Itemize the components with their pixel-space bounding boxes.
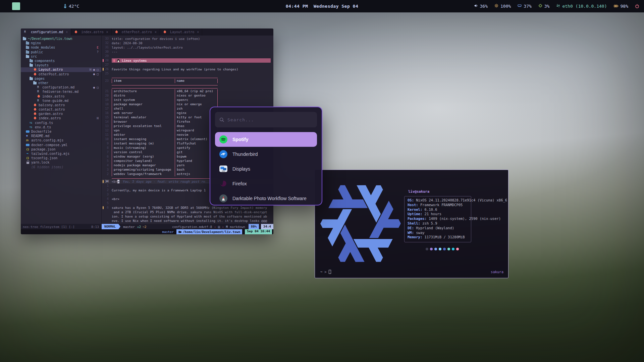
buffer-line[interactable]: 25 — [102, 71, 273, 76]
tree-item[interactable]: Layout.astro H ● □ — [21, 67, 101, 72]
buffer-line[interactable]: 6sakura has a Ryzen 5 7640U, 32GB of DDR… — [102, 205, 273, 210]
fastfetch-title: liv@sakura — [408, 189, 429, 193]
cpu-module[interactable]: 3% — [538, 4, 550, 9]
clock[interactable]: 04:44 PM Wednesday Sep 04 — [286, 4, 359, 9]
tree-item[interactable]: docker-compose.yml — [21, 143, 101, 147]
editor-tab[interactable]: index.astro × — [71, 28, 111, 36]
tree-item[interactable]: public ? — [21, 50, 101, 54]
file-icon — [26, 138, 30, 142]
app-icon — [219, 165, 228, 173]
app-launcher[interactable]: Spotify Thunderbird Disp — [210, 107, 322, 205]
close-icon[interactable]: × — [155, 30, 157, 34]
neo-tree-panel[interactable]: ~/Development/liv.town nginx node_module… — [21, 36, 102, 224]
brightness-module[interactable]: 100% — [494, 4, 511, 9]
launcher-item[interactable]: Thunderbird — [215, 147, 317, 162]
table-row: 18 package manager nix or emerge — [102, 102, 273, 107]
buffer-line[interactable]: 29 — [102, 54, 273, 58]
workspace-button[interactable] — [31, 2, 39, 10]
table-border-line — [112, 87, 218, 88]
shell-prompt[interactable]: ~ > — [320, 270, 331, 274]
tree-item[interactable]: src — [21, 54, 101, 59]
tree-item[interactable]: (6 hidden items) — [21, 165, 101, 169]
editor-tab[interactable]: otherPost.astro × — [112, 28, 160, 36]
tree-item[interactable]: nginx — [21, 41, 101, 45]
git-status-marker: H — [97, 117, 100, 120]
tree-item[interactable]: pages — [21, 76, 101, 81]
battery-module[interactable]: 98% — [614, 4, 628, 9]
table-cell-item: instant messaging (m) — [112, 141, 175, 146]
editor-tab[interactable]: Layout.astro × — [160, 28, 202, 36]
close-icon[interactable]: × — [197, 30, 199, 34]
tab-label: configuration.md — [31, 30, 63, 34]
file-icon — [26, 134, 30, 138]
tree-item[interactable]: tsconfig.json — [21, 156, 101, 160]
firefox-icon — [219, 179, 228, 188]
tree-item[interactable]: garden.astro — [21, 112, 101, 116]
buffer-line[interactable]: 32date: 2024-08-30 — [102, 41, 273, 45]
file-icon — [26, 152, 30, 156]
close-icon[interactable]: × — [106, 30, 108, 34]
tree-item[interactable]: astro.config.mjs — [21, 138, 101, 142]
tree-item[interactable]: components — [21, 59, 101, 63]
git-status-marker: H ● □ — [90, 68, 100, 71]
filetype-label: markdown — [230, 225, 245, 229]
buffer-line[interactable]: 33title: configuration for devices i use… — [102, 37, 273, 41]
power-button[interactable] — [635, 4, 639, 8]
tree-item[interactable]: index.astro H — [21, 116, 101, 120]
buffer-line[interactable]: 26Favorite things regarding Linux and my… — [102, 67, 273, 71]
buffer-line[interactable]: 31layout: ../../layouts/otherPost.astro — [102, 45, 273, 50]
buffer-line[interactable]: 30--- — [102, 50, 273, 54]
app-icon — [219, 179, 228, 188]
launcher-item[interactable]: Darktable Photo Workflow Software — [215, 191, 317, 205]
volume-module[interactable]: 36% — [474, 4, 488, 9]
workspace-button[interactable] — [12, 2, 20, 10]
tree-item[interactable]: layouts — [21, 63, 101, 67]
tree-item[interactable]: README.md — [21, 134, 101, 138]
tree-item[interactable]: yarn.lock — [21, 160, 101, 165]
tree-item[interactable]: balcony.astro — [21, 103, 101, 107]
status-bar: 42°C 04:44 PM Wednesday Sep 04 36% 100% … — [0, 0, 644, 12]
table-border — [102, 86, 273, 89]
tree-item[interactable]: node_modules E — [21, 45, 101, 50]
tree-item[interactable]: contact.astro — [21, 107, 101, 112]
buffer-line[interactable]: ove. I use Nix when I need software with… — [102, 219, 273, 223]
file-icon — [26, 143, 30, 147]
workspace-button[interactable] — [40, 2, 48, 10]
tree-item[interactable]: tailwind.config.mjs — [21, 152, 101, 156]
file-icon — [33, 72, 37, 76]
search-input[interactable] — [227, 117, 313, 122]
table-cell-item: init system — [112, 98, 175, 102]
buffer-line[interactable]: ion. I have a setup consisting of Hyprla… — [102, 214, 273, 219]
tree-item[interactable]: Dockerfile — [21, 129, 101, 134]
launcher-item[interactable]: Displays — [215, 162, 317, 176]
workspace-button[interactable] — [50, 2, 58, 10]
tree-item[interactable]: config.ts — [21, 121, 101, 125]
workspace-button[interactable] — [21, 2, 30, 10]
table-row: 20 distro nixos or gentoo — [102, 94, 273, 98]
launcher-item[interactable]: Spotify — [215, 132, 317, 147]
info-line: Host: Framework FRANMDCP05 — [408, 203, 507, 207]
buffer-line[interactable]: 27 — [102, 63, 273, 67]
tree-item[interactable]: otherPost.astro ● □ — [21, 72, 101, 76]
markdown-heading-line[interactable]: 28 Linux systems — [102, 58, 273, 63]
table-header-cell: name — [175, 79, 218, 83]
app-icon — [219, 194, 228, 203]
tab-label: Layout.astro — [170, 30, 194, 34]
workspace-button[interactable] — [3, 2, 11, 10]
editor-tab[interactable]: configuration.md × — [21, 28, 71, 36]
tree-item[interactable]: package.json — [21, 147, 101, 152]
search-box[interactable] — [215, 112, 317, 127]
tree-root[interactable]: ~/Development/liv.town — [21, 37, 101, 41]
memory-module[interactable]: 37% — [518, 4, 531, 9]
fastfetch-terminal[interactable]: liv@sakura OS: NixOS 24.11.20240828.71e9… — [315, 170, 508, 278]
tree-item[interactable]: env.d.ts — [21, 125, 101, 129]
network-module[interactable]: eth0 (10.0.0.140) — [556, 4, 607, 9]
buffer-line[interactable]: and a 2TB (Crucial P5 Plus) NVMe drive. … — [102, 210, 273, 214]
launcher-item[interactable]: Firefox — [215, 176, 317, 191]
tree-item[interactable]: other — [21, 81, 101, 85]
tree-item[interactable]: fediverse-terms.md — [21, 89, 101, 94]
tree-item[interactable]: index.astro — [21, 94, 101, 98]
tree-item[interactable]: configuration.md ● □ — [21, 85, 101, 89]
tree-item[interactable]: tone-guide.md — [21, 99, 101, 103]
close-icon[interactable]: × — [66, 30, 68, 34]
